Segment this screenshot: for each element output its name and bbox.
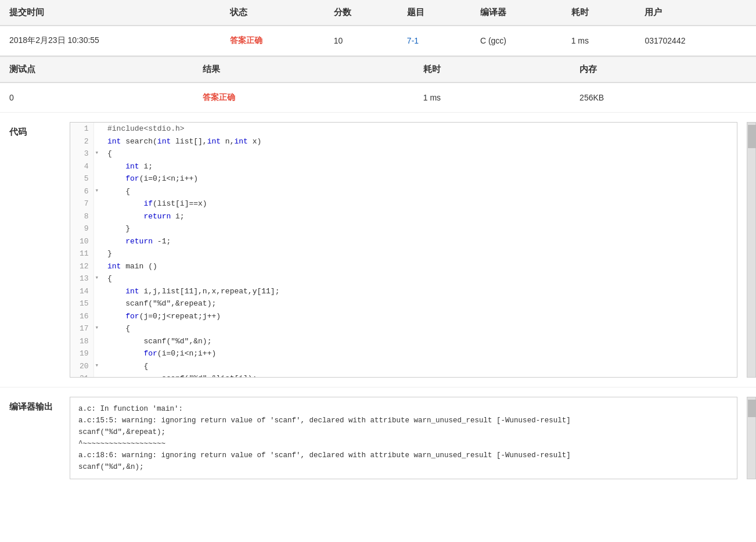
line-collapse-indicator [93, 260, 103, 273]
line-collapse-indicator [93, 372, 103, 378]
line-number: 8 [70, 210, 93, 223]
compiler-output-text: a.c: In function 'main':a.c:15:5: warnin… [70, 397, 737, 479]
line-code: int search(int list[],int n,int x) [103, 135, 737, 148]
submission-time: 2018年2月23日 10:30:55 [0, 26, 221, 56]
compiler-scrollbar-thumb [748, 400, 756, 417]
compiler-output-line: scanf("%d",&repeat); [78, 426, 729, 438]
line-collapse-indicator[interactable]: ▾ [93, 360, 103, 373]
col-header-status: 状态 [221, 0, 325, 26]
line-number: 9 [70, 222, 93, 235]
line-code: { [103, 272, 737, 285]
tp-point: 0 [0, 82, 193, 113]
submission-problem[interactable]: 7-1 [398, 26, 471, 56]
line-collapse-indicator [93, 173, 103, 185]
line-number: 18 [70, 335, 93, 348]
line-collapse-indicator[interactable]: ▾ [93, 322, 103, 335]
line-collapse-indicator [93, 198, 103, 210]
line-code: { [103, 148, 737, 160]
compiler-output-line: a.c: In function 'main': [78, 403, 729, 415]
tp-header-result: 结果 [193, 56, 414, 82]
line-number: 16 [70, 310, 93, 323]
tp-header-memory: 内存 [570, 56, 756, 82]
testpoint-table: 测试点 结果 耗时 内存 0 答案正确 1 ms 256KB [0, 56, 756, 113]
line-collapse-indicator [93, 310, 103, 323]
tp-header-duration: 耗时 [414, 56, 570, 82]
submission-user: 031702442 [635, 26, 756, 56]
compiler-output-line: a.c:18:6: warning: ignoring return value… [78, 450, 729, 461]
col-header-time: 提交时间 [0, 0, 221, 26]
line-collapse-indicator [93, 123, 103, 135]
line-code: int main () [103, 260, 737, 273]
testpoint-section: 测试点 结果 耗时 内存 0 答案正确 1 ms 256KB [0, 56, 756, 113]
line-code: scanf("%d",&repeat); [103, 297, 737, 310]
tp-result: 答案正确 [193, 82, 414, 113]
code-label: 代码 [0, 122, 70, 378]
line-number: 7 [70, 198, 93, 210]
col-header-compiler: 编译器 [471, 0, 562, 26]
line-collapse-indicator [93, 297, 103, 310]
compiler-output-line: scanf("%d",&n); [78, 461, 729, 473]
line-code: { [103, 185, 737, 198]
submission-table: 提交时间 状态 分数 题目 编译器 耗时 用户 2018年2月23日 10:30… [0, 0, 756, 56]
code-table: 1#include<stdio.h>2int search(int list[]… [70, 123, 737, 378]
line-code: { [103, 322, 737, 335]
line-code: return i; [103, 210, 737, 223]
line-collapse-indicator[interactable]: ▾ [93, 185, 103, 198]
submission-row: 2018年2月23日 10:30:55 答案正确 10 7-1 C (gcc) … [0, 26, 756, 56]
line-collapse-indicator [93, 347, 103, 360]
testpoint-row: 0 答案正确 1 ms 256KB [0, 82, 756, 113]
line-number: 19 [70, 347, 93, 360]
line-number: 12 [70, 260, 93, 273]
line-number: 10 [70, 235, 93, 248]
line-number: 13 [70, 272, 93, 285]
submission-status: 答案正确 [221, 26, 325, 56]
compiler-label: 编译器输出 [0, 397, 70, 479]
compiler-section: 编译器输出 a.c: In function 'main':a.c:15:5: … [0, 387, 756, 489]
page-container: 提交时间 状态 分数 题目 编译器 耗时 用户 2018年2月23日 10:30… [0, 0, 756, 542]
col-header-score: 分数 [325, 0, 398, 26]
line-number: 15 [70, 297, 93, 310]
line-number: 14 [70, 285, 93, 298]
line-collapse-indicator [93, 247, 103, 260]
line-collapse-indicator [93, 222, 103, 235]
line-code: int i,j,list[11],n,x,repeat,y[11]; [103, 285, 737, 298]
line-number: 1 [70, 123, 93, 135]
line-collapse-indicator [93, 335, 103, 348]
line-number: 4 [70, 160, 93, 173]
col-header-problem: 题目 [398, 0, 471, 26]
line-code: { [103, 360, 737, 373]
line-number: 3 [70, 148, 93, 160]
line-code: for(j=0;j<repeat;j++) [103, 310, 737, 323]
line-number: 5 [70, 173, 93, 185]
line-collapse-indicator [93, 235, 103, 248]
submission-duration: 1 ms [562, 26, 636, 56]
line-number: 11 [70, 247, 93, 260]
code-scrollbar-thumb [748, 125, 756, 148]
line-collapse-indicator[interactable]: ▾ [93, 148, 103, 160]
code-scrollbar[interactable] [747, 122, 756, 378]
line-collapse-indicator [93, 160, 103, 173]
tp-header-point: 测试点 [0, 56, 193, 82]
compiler-scrollbar[interactable] [747, 397, 756, 479]
code-scroll-area[interactable]: 1#include<stdio.h>2int search(int list[]… [70, 123, 737, 378]
compiler-output-line: a.c:15:5: warning: ignoring return value… [78, 415, 729, 426]
code-section: 代码 1#include<stdio.h>2int search(int lis… [0, 113, 756, 387]
submission-score: 10 [325, 26, 398, 56]
line-code: scanf("%d",&n); [103, 335, 737, 348]
tp-duration: 1 ms [414, 82, 570, 113]
line-collapse-indicator [93, 285, 103, 298]
line-number: 2 [70, 135, 93, 148]
line-code: if(list[i]==x) [103, 198, 737, 210]
line-collapse-indicator[interactable]: ▾ [93, 272, 103, 285]
line-number: 21 [70, 372, 93, 378]
line-number: 6 [70, 185, 93, 198]
submission-compiler: C (gcc) [471, 26, 562, 56]
line-code: return -1; [103, 235, 737, 248]
line-collapse-indicator [93, 135, 103, 148]
line-number: 17 [70, 322, 93, 335]
line-code: } [103, 222, 737, 235]
line-code: int i; [103, 160, 737, 173]
line-number: 20 [70, 360, 93, 373]
col-header-duration: 耗时 [562, 0, 636, 26]
line-code: } [103, 247, 737, 260]
